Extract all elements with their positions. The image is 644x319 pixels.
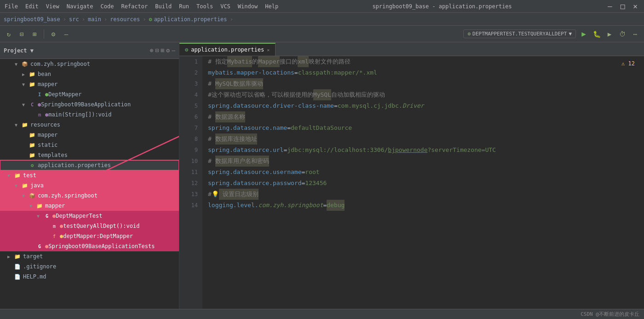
line-num-4: 4 — [179, 89, 198, 100]
maximize-button[interactable]: □ — [619, 2, 627, 11]
menu-help[interactable]: Help — [265, 3, 278, 10]
menu-vcs[interactable]: VCS — [220, 3, 230, 10]
sidebar-item-com-zyh-test[interactable]: ▼ 📦 com.zyh.springboot — [0, 191, 179, 201]
toolbar-expand-icon[interactable]: ⊞ — [29, 29, 40, 39]
menu-navigate[interactable]: Navigate — [67, 3, 93, 10]
sidebar-item-mapper-res[interactable]: 📁 mapper — [0, 130, 179, 140]
menu-run[interactable]: Run — [179, 3, 189, 10]
menu-refactor[interactable]: Refactor — [121, 3, 148, 10]
sidebar-item-testqueryalldept[interactable]: m ● testQueryAllDept():void — [0, 221, 179, 231]
line-num-11: 11 — [179, 167, 198, 178]
sidebar-item-app[interactable]: ▼ C ● Springboot09BaseApplication — [0, 99, 179, 110]
code-line-1: # 指定Mybatis的Mapper接口的xml映射文件的路径 — [208, 56, 638, 67]
sidebar-item-resources[interactable]: ▼ 📁 resources — [0, 120, 179, 130]
sidebar-sync-icon[interactable]: ⊕ — [150, 47, 154, 54]
app-label: Springboot09BaseApplication — [41, 101, 131, 108]
window-title: springboot09_base - application.properti… — [372, 3, 512, 10]
sidebar-item-gitignore[interactable]: 📄 .gitignore — [0, 261, 179, 272]
sidebar-item-java-test[interactable]: ▼ 📁 java — [0, 180, 179, 191]
toolbar-sync-icon[interactable]: ↻ — [4, 29, 14, 39]
com-zyh-test-label: com.zyh.springboot — [38, 192, 98, 199]
sidebar-item-deptmapper-field[interactable]: f ● deptMapper:DeptMapper — [0, 231, 179, 241]
line-num-14: 14 — [179, 200, 198, 211]
run-config-label[interactable]: DEPTMAPPERTEST.TESTQUERYALLDEPT — [472, 31, 567, 37]
nav-appprops[interactable]: application.properties — [154, 16, 227, 23]
sidebar-minimize-icon[interactable]: — — [172, 47, 175, 54]
line-num-5: 5 — [179, 100, 198, 111]
more-run-button[interactable]: ⋯ — [630, 29, 640, 39]
tab-application-properties[interactable]: ⚙ application.properties ✕ — [179, 43, 276, 56]
appprops-label: application.properties — [38, 162, 111, 168]
menu-edit[interactable]: Edit — [25, 3, 39, 10]
sidebar-item-mapper-test[interactable]: ▼ 📁 mapper — [0, 201, 179, 211]
menu-bar: File Edit View Navigate Code Refactor Bu… — [5, 3, 278, 10]
code-content[interactable]: ⚠ 12 # 指定Mybatis的Mapper接口的xml映射文件的路径 myb… — [202, 56, 644, 319]
coverage-button[interactable]: ▶ — [604, 29, 615, 39]
nav-project[interactable]: springboot09_base — [4, 16, 60, 23]
helpmd-label: HELP.md — [23, 273, 46, 280]
menu-tools[interactable]: Tools — [196, 3, 213, 10]
nav-main[interactable]: main — [88, 16, 101, 23]
sidebar-item-deptmapper[interactable]: I ● DeptMapper — [0, 89, 179, 99]
sidebar-item-apptests[interactable]: G ● Springboot09BaseApplicationTests — [0, 241, 179, 251]
nav-sep5: › — [230, 16, 233, 23]
test-label: test — [23, 172, 36, 179]
sidebar-item-main[interactable]: m ● main(String[]):void — [0, 110, 179, 120]
folder-icon: 📁 — [14, 253, 21, 260]
code-editor[interactable]: 1 2 3 4 5 6 7 8 9 10 11 12 13 14 ⚠ 12 — [179, 56, 644, 319]
tab-close-icon[interactable]: ✕ — [267, 47, 270, 52]
sidebar-item-templates[interactable]: 📁 templates — [0, 150, 179, 160]
sidebar-item-helpmd[interactable]: 📄 HELP.md — [0, 272, 179, 282]
folder-icon: 📁 — [29, 131, 36, 139]
nav-src[interactable]: src — [69, 16, 79, 23]
sidebar: Project ▼ ⊕ ⊟ ⊞ ⚙ — ▼ 📦 com.zyh.springbo… — [0, 42, 179, 319]
sidebar-item-bean[interactable]: ▶ 📁 bean — [0, 69, 179, 79]
titlebar: File Edit View Navigate Code Refactor Bu… — [0, 0, 644, 13]
sidebar-item-target[interactable]: ▶ 📁 target — [0, 251, 179, 261]
deptmapper-field-label: deptMapper:DeptMapper — [63, 233, 133, 239]
sidebar-collapse-all-icon[interactable]: ⊟ — [155, 47, 159, 54]
sidebar-expand-icon[interactable]: ⊞ — [161, 47, 165, 54]
apptests-dot: ● — [45, 243, 48, 249]
nav-sep2: › — [82, 16, 85, 23]
debug-button[interactable]: 🐛 — [592, 29, 602, 39]
menu-window[interactable]: Window — [238, 3, 258, 10]
main-area: Project ▼ ⊕ ⊟ ⊞ ⚙ — ▼ 📦 com.zyh.springbo… — [0, 42, 644, 319]
line-num-7: 7 — [179, 122, 198, 133]
menu-file[interactable]: File — [5, 3, 18, 10]
class-icon: C — [29, 101, 36, 108]
menu-code[interactable]: Code — [101, 3, 114, 10]
line-num-1: 1 — [179, 56, 198, 67]
code-line-5: spring.datasource.driver-class-name=com.… — [208, 100, 638, 111]
gitignore-icon: 📄 — [14, 263, 21, 270]
sidebar-item-appprops[interactable]: ⚙ application.properties — [0, 160, 179, 170]
nav-resources[interactable]: resources — [110, 16, 140, 23]
statusbar-right: CSDN @不断前进的皮卡丘 — [581, 311, 639, 318]
templates-label: templates — [38, 152, 68, 158]
sidebar-settings-icon[interactable]: ⚙ — [166, 47, 170, 54]
profile-button[interactable]: ⏱ — [617, 29, 627, 39]
close-button[interactable]: ✕ — [631, 2, 639, 11]
code-line-9: spring.datasource.url=jdbc:mysql://local… — [208, 145, 638, 156]
nav-sep3: › — [104, 16, 107, 23]
toolbar-settings-icon[interactable]: ⚙ — [48, 29, 58, 39]
sidebar-item-mapper[interactable]: ▼ 📁 mapper — [0, 79, 179, 89]
tab-label: application.properties — [191, 46, 264, 53]
line-num-8: 8 — [179, 133, 198, 145]
run-config-dropdown[interactable]: ▼ — [569, 31, 572, 37]
sidebar-item-com-zyh-springboot[interactable]: ▼ 📦 com.zyh.springboot — [0, 59, 179, 69]
toolbar-collapse-icon[interactable]: ⊟ — [17, 29, 27, 39]
menu-view[interactable]: View — [46, 3, 59, 10]
folder-icon: 📁 — [36, 202, 43, 209]
package-label: com.zyh.springboot — [30, 61, 90, 67]
sidebar-item-test[interactable]: ▼ 📁 test — [0, 170, 179, 180]
sidebar-item-static[interactable]: 📁 static — [0, 140, 179, 150]
sidebar-item-deptmappertest[interactable]: ▼ G ● DeptMapperTest — [0, 211, 179, 221]
target-label: target — [23, 253, 43, 260]
toolbar-minimize-icon[interactable]: — — [61, 29, 71, 39]
run-button[interactable]: ▶ — [579, 29, 589, 39]
nav-props-icon: ⚙ — [149, 16, 152, 23]
minimize-button[interactable]: — — [606, 2, 614, 11]
code-line-8: # 数据库连接地址 — [208, 133, 638, 145]
menu-build[interactable]: Build — [155, 3, 172, 10]
